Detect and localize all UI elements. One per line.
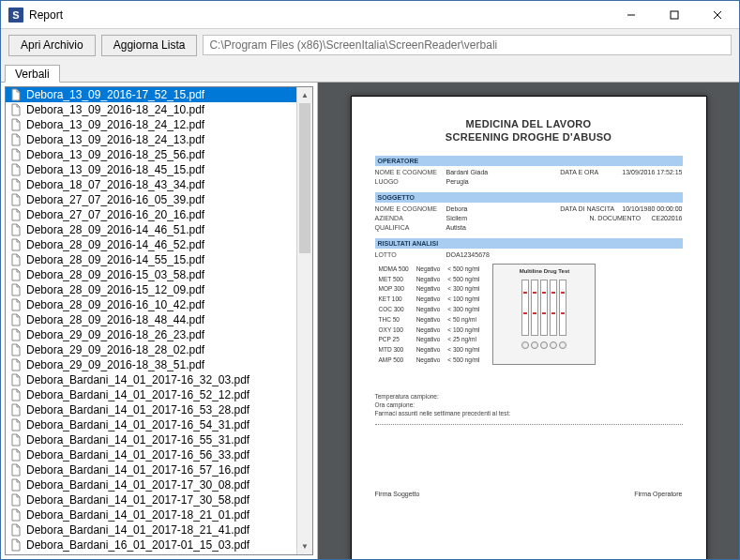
file-list-item[interactable]: Debora_28_09_2016-14_46_51.pdf — [6, 222, 296, 237]
footnotes: Temperatura campione: Ora campione: Farm… — [375, 393, 683, 425]
file-icon — [9, 103, 23, 116]
file-name: Debora_28_09_2016-15_03_58.pdf — [26, 268, 204, 281]
file-name: Debora_29_09_2016-18_26_23.pdf — [26, 328, 204, 341]
result-row: PCP 25Negativo< 25 ng/ml — [375, 335, 484, 345]
file-list-item[interactable]: Debora_28_09_2016-15_12_09.pdf — [6, 282, 296, 297]
scroll-up-button[interactable]: ▲ — [297, 87, 312, 103]
file-name: Debora_Bardani_14_01_2017-18_21_01.pdf — [26, 508, 249, 522]
file-name: Debora_29_09_2016-18_28_02.pdf — [26, 343, 204, 356]
file-name: Debora_27_07_2016-16_20_16.pdf — [26, 208, 204, 221]
result-row: MDMA 500Negativo< 500 ng/ml — [375, 264, 484, 274]
file-icon — [9, 148, 23, 161]
report-title-2: SCREENING DROGHE D'ABUSO — [375, 131, 683, 143]
file-icon — [9, 463, 23, 477]
file-icon — [9, 388, 23, 401]
file-name: Debora_13_09_2016-18_45_15.pdf — [26, 163, 204, 176]
file-name: Debora_28_09_2016-18_48_44.pdf — [26, 313, 204, 326]
file-icon — [9, 373, 23, 386]
file-icon — [9, 418, 23, 431]
result-row: MOP 300Negativo< 300 ng/ml — [375, 284, 484, 295]
file-list-item[interactable]: Debora_13_09_2016-18_24_12.pdf — [6, 117, 296, 132]
file-list-item[interactable]: Debora_Bardani_14_01_2017-16_32_03.pdf — [6, 372, 296, 387]
file-name: Debora_13_09_2016-18_24_13.pdf — [26, 133, 204, 146]
file-list-item[interactable]: Debora_13_09_2016-18_24_10.pdf — [6, 102, 296, 117]
file-list-item[interactable]: Debora_Bardani_14_01_2017-18_21_01.pdf — [6, 507, 296, 522]
file-icon — [9, 238, 23, 251]
file-list-item[interactable]: Debora_Bardani_14_01_2017-16_54_31.pdf — [6, 417, 296, 432]
file-icon — [9, 208, 23, 221]
file-list-item[interactable]: Debora_13_09_2016-17_52_15.pdf — [6, 87, 296, 102]
pdf-page-preview: MEDICINA DEL LAVORO SCREENING DROGHE D'A… — [351, 96, 707, 559]
file-list-item[interactable]: Debora_28_09_2016-14_55_15.pdf — [6, 252, 296, 267]
file-list-item[interactable]: Debora_27_07_2016-16_20_16.pdf — [6, 207, 296, 222]
result-row: AMP 500Negativo< 500 ng/ml — [375, 355, 484, 365]
file-list-item[interactable]: Debora_18_07_2016-18_43_34.pdf — [6, 177, 296, 192]
file-icon — [9, 448, 23, 462]
results-table: MDMA 500Negativo< 500 ng/mlMET 500Negati… — [375, 264, 484, 365]
tabbar: Verbali — [1, 61, 739, 82]
file-name: Debora_Bardani_14_01_2017-18_21_41.pdf — [26, 523, 249, 537]
file-list-item[interactable]: Debora_28_09_2016-14_46_52.pdf — [6, 237, 296, 252]
file-icon — [9, 403, 23, 416]
file-list-item[interactable]: Debora_Bardani_14_01_2017-17_30_08.pdf — [6, 477, 296, 492]
file-icon — [9, 433, 23, 446]
file-list-item[interactable]: Debora_28_09_2016-18_48_44.pdf — [6, 312, 296, 327]
file-list-item[interactable]: Debora_Bardani_14_01_2017-16_55_31.pdf — [6, 432, 296, 447]
preview-pane: MEDICINA DEL LAVORO SCREENING DROGHE D'A… — [318, 83, 739, 559]
file-list-item[interactable]: Debora_Bardani_16_01_2017-01_15_03.pdf — [6, 537, 296, 552]
file-list-item[interactable]: Debora_29_09_2016-18_28_02.pdf — [6, 342, 296, 357]
results-block: MDMA 500Negativo< 500 ng/mlMET 500Negati… — [375, 264, 683, 365]
file-name: Debora_27_07_2016-16_05_39.pdf — [26, 193, 204, 206]
file-icon — [9, 178, 23, 191]
file-list-item[interactable]: Debora_29_09_2016-18_38_51.pdf — [6, 357, 296, 372]
file-name: Debora_28_09_2016-14_46_52.pdf — [26, 238, 204, 251]
result-row: OXY 100Negativo< 100 ng/ml — [375, 325, 484, 335]
close-button[interactable] — [696, 1, 739, 28]
scroll-thumb[interactable] — [299, 103, 310, 253]
file-name: Debora_13_09_2016-18_24_12.pdf — [26, 118, 204, 131]
file-list-item[interactable]: Debora_13_09_2016-18_25_56.pdf — [6, 147, 296, 162]
file-icon — [9, 508, 23, 522]
scroll-track[interactable] — [297, 103, 312, 538]
titlebar: S Report — [1, 1, 739, 29]
minimize-button[interactable] — [610, 1, 653, 28]
file-list: Debora_13_09_2016-17_52_15.pdfDebora_13_… — [5, 86, 313, 555]
svg-rect-1 — [671, 11, 678, 19]
file-name: Debora_Bardani_14_01_2017-16_55_31.pdf — [26, 433, 249, 446]
file-list-item[interactable]: Debora_Bardani_14_01_2017-16_52_12.pdf — [6, 387, 296, 402]
file-name: Debora_13_09_2016-18_24_10.pdf — [26, 103, 204, 116]
maximize-button[interactable] — [653, 1, 696, 28]
file-name: Debora_28_09_2016-14_46_51.pdf — [26, 223, 204, 236]
file-list-item[interactable]: Debora_27_07_2016-16_05_39.pdf — [6, 192, 296, 207]
result-row: COC 300Negativo< 300 ng/ml — [375, 304, 484, 314]
section-soggetto: SOGGETTO — [375, 192, 683, 203]
file-name: Debora_18_07_2016-18_43_34.pdf — [26, 178, 204, 191]
file-list-item[interactable]: Debora_28_09_2016-15_03_58.pdf — [6, 267, 296, 282]
scroll-down-button[interactable]: ▼ — [297, 538, 312, 554]
file-list-item[interactable]: Debora_Bardani_14_01_2017-16_56_33.pdf — [6, 447, 296, 462]
file-name: Debora_28_09_2016-16_10_42.pdf — [26, 298, 204, 311]
report-title-1: MEDICINA DEL LAVORO — [375, 118, 683, 129]
file-list-item[interactable]: Debora_Bardani_14_01_2017-16_57_16.pdf — [6, 462, 296, 477]
tab-verbali[interactable]: Verbali — [5, 65, 60, 83]
file-list-item[interactable]: Debora_29_09_2016-18_26_23.pdf — [6, 327, 296, 342]
refresh-list-button[interactable]: Aggiorna Lista — [101, 35, 198, 56]
file-list-item[interactable]: Debora_13_09_2016-18_45_15.pdf — [6, 162, 296, 177]
file-list-item[interactable]: Debora_13_09_2016-18_24_13.pdf — [6, 132, 296, 147]
file-list-item[interactable]: Debora_28_09_2016-16_10_42.pdf — [6, 297, 296, 312]
file-list-item[interactable]: Debora_Bardani_14_01_2017-17_30_58.pdf — [6, 492, 296, 507]
signature-subject: Firma Soggetto — [375, 491, 420, 497]
file-name: Debora_Bardani_14_01_2017-16_52_12.pdf — [26, 388, 249, 401]
section-operatore: OPERATORE — [375, 156, 683, 166]
open-archive-button[interactable]: Apri Archivio — [8, 35, 96, 56]
path-input[interactable]: C:\Program Files (x86)\ScreenItalia\Scre… — [203, 35, 732, 55]
file-icon — [9, 88, 23, 101]
content-area: Debora_13_09_2016-17_52_15.pdfDebora_13_… — [1, 82, 739, 559]
app-window: S Report Apri Archivio Aggiorna Lista C:… — [0, 0, 740, 560]
file-list-item[interactable]: Debora_Bardani_14_01_2017-16_53_28.pdf — [6, 402, 296, 417]
scrollbar[interactable]: ▲ ▼ — [296, 87, 312, 554]
file-list-item[interactable]: Debora_Bardani_14_01_2017-18_21_41.pdf — [6, 522, 296, 537]
file-name: Debora_Bardani_14_01_2017-16_32_03.pdf — [26, 373, 249, 386]
file-name: Debora_Bardani_14_01_2017-16_56_33.pdf — [26, 448, 249, 462]
file-icon — [9, 133, 23, 146]
